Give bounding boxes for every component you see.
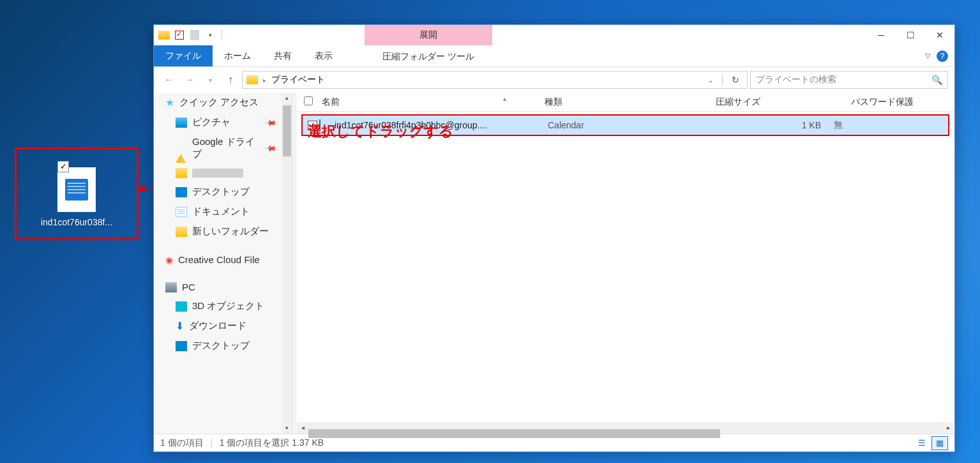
column-compressed-size[interactable]: 圧縮サイズ xyxy=(716,96,851,108)
recent-dropdown-icon[interactable]: ▾ xyxy=(201,71,219,89)
folder-icon xyxy=(246,75,258,84)
desktop-icon-highlight: ✓ ind1cot76ur038f... xyxy=(15,148,139,240)
horizontal-scrollbar[interactable]: ◂ ▸ xyxy=(297,422,954,434)
ribbon-context-label: 展開 xyxy=(365,25,492,45)
tab-share[interactable]: 共有 xyxy=(262,45,303,66)
search-icon: 🔍 xyxy=(931,75,942,85)
back-button[interactable]: ← xyxy=(160,71,178,89)
pc-icon xyxy=(165,282,177,292)
scroll-left-icon[interactable]: ◂ xyxy=(297,422,308,434)
annotation-text: 選択してドラッグする xyxy=(308,122,453,141)
scroll-thumb[interactable] xyxy=(308,429,720,438)
navigation-bar: ← → ▾ ↑ ▸ プライベート ⌄ ↻ プライベートの検索 🔍 xyxy=(154,67,954,93)
desktop-file-icon[interactable]: ✓ ind1cot76ur038f... xyxy=(41,167,112,227)
file-list-pane: 名前 ▴ 種類 圧縮サイズ パスワード保護 ✓ ind1cot76ur038fr… xyxy=(296,93,954,434)
tab-compressed-tools[interactable]: 圧縮フォルダー ツール xyxy=(365,45,492,67)
tab-home[interactable]: ホーム xyxy=(213,45,262,66)
titlebar: ▾ 展開 プライベート ─ ☐ ✕ xyxy=(154,25,954,45)
app-icon xyxy=(158,29,170,42)
folder-icon xyxy=(176,227,187,237)
scroll-thumb[interactable] xyxy=(283,105,291,156)
help-icon[interactable]: ? xyxy=(937,50,948,62)
maximize-button[interactable]: ☐ xyxy=(896,25,925,45)
3d-objects-icon xyxy=(176,301,187,312)
explorer-window: ▾ 展開 プライベート ─ ☐ ✕ ファイル ホーム 共有 表示 圧縮フォルダー… xyxy=(153,24,955,452)
close-button[interactable]: ✕ xyxy=(925,25,954,45)
separator xyxy=(222,29,222,41)
downloads-icon: ⬇ xyxy=(176,320,184,332)
refresh-button[interactable]: ↻ xyxy=(728,75,743,85)
desktop-icon xyxy=(176,187,187,197)
sidebar-new-folder[interactable]: 新しいフォルダー xyxy=(154,222,292,241)
sidebar-desktop-2[interactable]: デスクトップ xyxy=(154,336,292,356)
sidebar-pc[interactable]: PC xyxy=(154,278,292,296)
checkbox-icon: ✓ xyxy=(57,161,69,172)
qat-document-icon[interactable] xyxy=(188,29,201,42)
minimize-button[interactable]: ─ xyxy=(866,25,896,45)
tab-view[interactable]: 表示 xyxy=(303,45,344,66)
qat-checkbox-icon[interactable] xyxy=(173,29,186,42)
sidebar-redacted-folder[interactable] xyxy=(154,164,292,182)
address-bar[interactable]: ▸ プライベート ⌄ ↻ xyxy=(242,71,748,89)
status-item-count: 1 個の項目 xyxy=(160,437,204,449)
folder-icon xyxy=(176,168,187,178)
scroll-up-icon[interactable]: ▴ xyxy=(282,93,292,103)
column-headers: 名前 ▴ 種類 圧縮サイズ パスワード保護 xyxy=(296,93,954,112)
status-selection: 1 個の項目を選択 1.37 KB xyxy=(220,437,324,449)
tab-file[interactable]: ファイル xyxy=(154,45,213,66)
documents-icon xyxy=(176,207,187,217)
select-all-checkbox[interactable] xyxy=(304,96,318,107)
up-button[interactable]: ↑ xyxy=(222,71,239,89)
calendar-icon xyxy=(65,179,88,201)
scroll-right-icon[interactable]: ▸ xyxy=(942,422,954,434)
pin-icon: 📌 xyxy=(264,142,278,155)
column-password[interactable]: パスワード保護 xyxy=(851,96,954,108)
file-password: 無 xyxy=(834,119,843,131)
column-type[interactable]: 種類 xyxy=(545,96,716,108)
sidebar-desktop[interactable]: デスクトップ xyxy=(154,182,292,202)
sidebar-scrollbar[interactable]: ▴ ▾ xyxy=(282,93,292,434)
sidebar-quick-access[interactable]: ★ クイック アクセス xyxy=(154,93,292,112)
chevron-right-icon: ▸ xyxy=(263,77,266,84)
file-type: Calendar xyxy=(548,120,719,130)
file-icon: ✓ xyxy=(57,167,96,212)
star-icon: ★ xyxy=(165,96,174,109)
desktop-icon xyxy=(176,341,187,351)
ribbon-collapse-icon[interactable]: ▽ xyxy=(925,52,930,60)
search-placeholder: プライベートの検索 xyxy=(756,74,836,86)
ribbon-tabs: ファイル ホーム 共有 表示 圧縮フォルダー ツール ▽ ? xyxy=(154,45,954,67)
breadcrumb-item[interactable]: プライベート xyxy=(271,74,325,86)
address-dropdown-icon[interactable]: ⌄ xyxy=(704,77,717,84)
scroll-down-icon[interactable]: ▾ xyxy=(282,423,292,434)
navigation-pane: ★ クイック アクセス ピクチャ 📌 Google ドライブ 📌 デスクトップ xyxy=(154,93,293,434)
pictures-icon xyxy=(176,118,187,128)
sidebar-pictures[interactable]: ピクチャ 📌 xyxy=(154,112,292,132)
google-drive-icon xyxy=(176,143,187,153)
qat-dropdown-icon[interactable]: ▾ xyxy=(204,29,216,42)
redacted-label xyxy=(192,169,243,178)
column-name[interactable]: 名前 ▴ xyxy=(318,96,545,108)
creative-cloud-icon: ◉ xyxy=(165,255,173,265)
sidebar-3d-objects[interactable]: 3D オブジェクト xyxy=(154,296,292,316)
sidebar-google-drive[interactable]: Google ドライブ 📌 xyxy=(154,132,292,164)
sidebar-downloads[interactable]: ⬇ ダウンロード xyxy=(154,316,292,336)
pin-icon: 📌 xyxy=(264,116,278,129)
search-input[interactable]: プライベートの検索 🔍 xyxy=(750,71,948,89)
view-icons-button[interactable]: ▦ xyxy=(931,436,948,450)
sidebar-creative-cloud[interactable]: ◉ Creative Cloud File xyxy=(154,250,292,269)
file-size: 1 KB xyxy=(719,120,834,130)
forward-button[interactable]: → xyxy=(181,71,199,89)
view-details-button[interactable]: ☰ xyxy=(914,436,930,450)
sort-indicator-icon: ▴ xyxy=(503,95,506,102)
sidebar-documents[interactable]: ドキュメント xyxy=(154,202,292,222)
desktop-icon-label: ind1cot76ur038f... xyxy=(41,217,112,227)
